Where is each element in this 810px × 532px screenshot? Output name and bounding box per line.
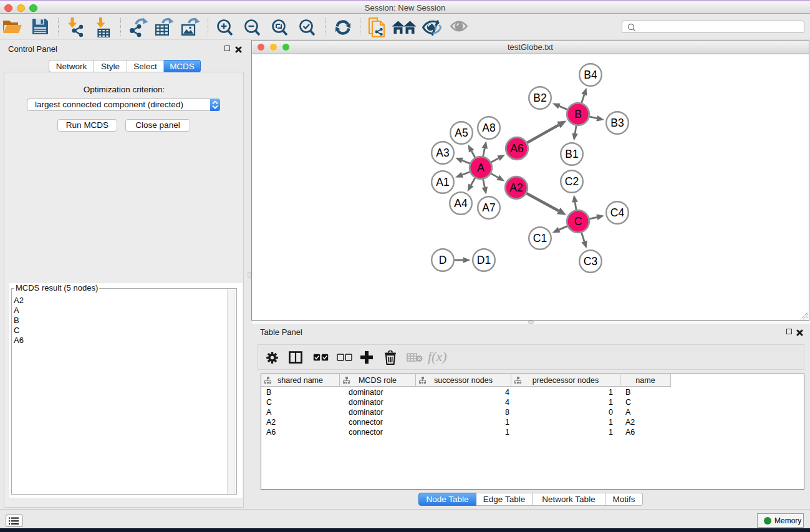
svg-text:A4: A4 [454,197,468,210]
svg-text:C2: C2 [565,175,579,188]
svg-text:A7: A7 [482,201,495,214]
svg-text:C3: C3 [584,255,597,268]
svg-text:A: A [477,162,485,174]
svg-text:A5: A5 [455,127,468,139]
svg-text:B1: B1 [565,148,578,160]
svg-text:C: C [574,215,582,228]
svg-text:A8: A8 [482,122,495,134]
svg-text:C1: C1 [533,232,547,244]
svg-text:D: D [439,254,447,266]
svg-text:A6: A6 [510,142,523,155]
svg-text:B: B [574,108,582,120]
svg-text:B3: B3 [610,117,624,129]
svg-text:D1: D1 [477,254,491,266]
svg-text:B4: B4 [584,69,597,81]
svg-text:A3: A3 [436,147,449,159]
svg-text:C4: C4 [610,206,625,219]
svg-text:B2: B2 [533,92,546,104]
svg-text:A2: A2 [509,181,523,194]
svg-text:A1: A1 [436,176,449,188]
